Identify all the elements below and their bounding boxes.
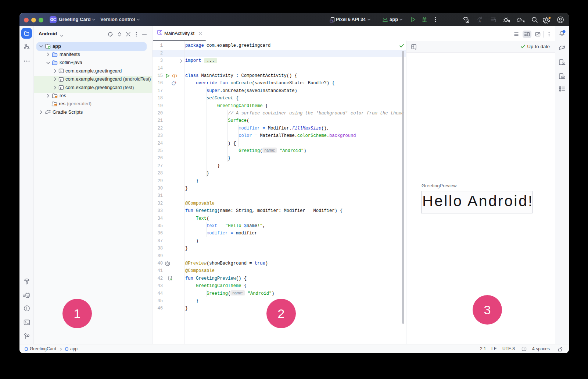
- svg-text:A: A: [478, 19, 481, 23]
